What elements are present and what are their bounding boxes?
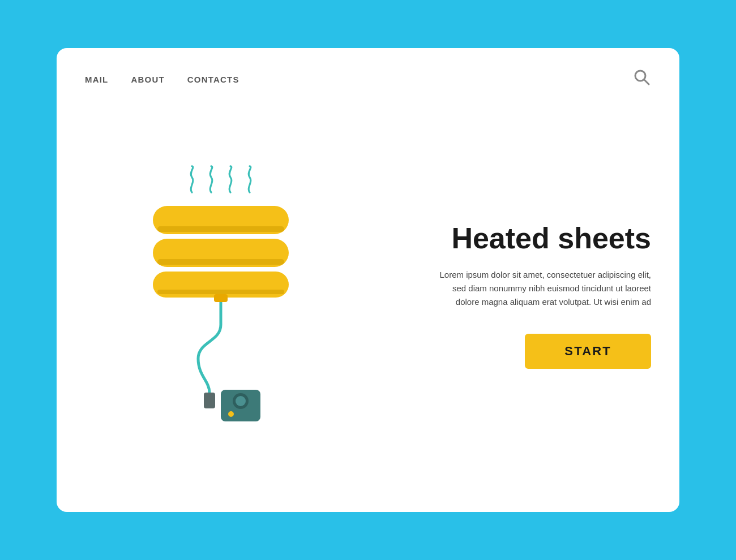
main-card: MAIL ABOUT CONTACTS — [57, 48, 679, 512]
wire-controller — [147, 302, 294, 427]
product-description: Lorem ipsum dolor sit amet, consectetuer… — [436, 268, 651, 309]
svg-rect-3 — [157, 226, 284, 232]
svg-rect-5 — [157, 259, 284, 265]
product-title: Heated sheets — [451, 222, 651, 255]
svg-point-12 — [236, 396, 246, 406]
nav-mail[interactable]: MAIL — [85, 75, 108, 84]
svg-rect-7 — [157, 290, 284, 294]
text-panel: Heated sheets Lorem ipsum dolor sit amet… — [357, 222, 651, 369]
svg-line-1 — [644, 80, 649, 85]
nav-about[interactable]: ABOUT — [131, 75, 164, 84]
start-button[interactable]: START — [525, 334, 651, 369]
nav-contacts[interactable]: CONTACTS — [187, 75, 239, 84]
svg-rect-9 — [204, 393, 215, 408]
heater-tubes — [147, 200, 294, 302]
navbar: MAIL ABOUT CONTACTS — [57, 48, 679, 102]
svg-rect-8 — [214, 294, 228, 302]
search-icon[interactable] — [633, 68, 651, 91]
nav-links: MAIL ABOUT CONTACTS — [85, 75, 239, 84]
heater-graphic — [147, 165, 294, 427]
product-illustration — [85, 165, 357, 427]
svg-point-13 — [228, 411, 234, 417]
steam-waves — [186, 165, 256, 193]
content-area: Heated sheets Lorem ipsum dolor sit amet… — [57, 102, 679, 512]
